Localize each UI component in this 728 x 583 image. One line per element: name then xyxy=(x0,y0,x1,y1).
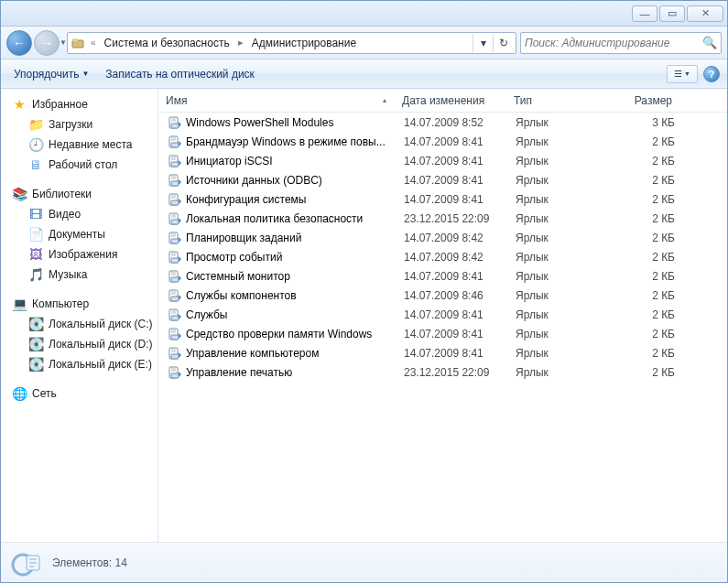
navbar: ← → ▼ « Система и безопасность ▸ Админис… xyxy=(1,27,727,59)
search-box[interactable]: 🔍 xyxy=(520,32,722,54)
file-row[interactable]: Службы компонентов14.07.2009 8:46Ярлык2 … xyxy=(158,286,727,305)
file-row[interactable]: Windows PowerShell Modules14.07.2009 8:5… xyxy=(158,113,727,132)
sidebar-item-drive-d[interactable]: 💽 Локальный диск (D:) xyxy=(5,334,158,354)
titlebar: — ▭ ✕ xyxy=(1,1,727,27)
file-type: Ярлык xyxy=(508,193,609,206)
file-row[interactable]: Средство проверки памяти Windows14.07.20… xyxy=(158,324,727,343)
file-size: 2 КБ xyxy=(609,347,682,360)
organize-button[interactable]: Упорядочить ▼ xyxy=(8,65,94,83)
help-button[interactable]: ? xyxy=(703,66,720,82)
file-name: Инициатор iSCSI xyxy=(186,155,273,167)
file-date: 14.07.2009 8:41 xyxy=(397,347,508,360)
music-icon: 🎵 xyxy=(28,267,43,282)
file-row[interactable]: Конфигурация системы14.07.2009 8:41Ярлык… xyxy=(158,189,727,209)
file-size: 2 КБ xyxy=(609,366,682,379)
file-type: Ярлык xyxy=(508,251,609,264)
sidebar-item-label: Документы xyxy=(49,228,105,241)
file-name: Управление печатью xyxy=(186,366,292,379)
sidebar-favorites-header[interactable]: ★ Избранное xyxy=(5,94,158,114)
minimize-button[interactable]: — xyxy=(632,5,657,22)
file-name: Службы компонентов xyxy=(186,289,297,302)
library-icon: 📚 xyxy=(12,187,27,201)
chevron-left-icon[interactable]: « xyxy=(89,38,98,48)
file-row[interactable]: Локальная политика безопасности23.12.201… xyxy=(158,209,727,228)
file-type: Ярлык xyxy=(508,328,609,340)
burn-button[interactable]: Записать на оптический диск xyxy=(100,65,260,83)
breadcrumb-segment[interactable]: Администрирование xyxy=(249,35,359,51)
sidebar-libraries-header[interactable]: 📚 Библиотеки xyxy=(5,184,158,204)
sidebar-item-downloads[interactable]: 📁 Загрузки xyxy=(5,114,158,135)
file-date: 14.07.2009 8:41 xyxy=(397,270,508,283)
file-row[interactable]: Управление печатью23.12.2015 22:09Ярлык2… xyxy=(158,362,727,382)
file-row[interactable]: Управление компьютером14.07.2009 8:41Ярл… xyxy=(158,343,727,362)
address-dropdown-button[interactable]: ▾ xyxy=(473,34,493,52)
sidebar-libraries-group: 📚 Библиотеки 🎞 Видео 📄 Документы 🖼 Изобр… xyxy=(5,184,158,285)
file-row[interactable]: Источники данных (ODBC)14.07.2009 8:41Яр… xyxy=(158,170,727,189)
sidebar-item-recent[interactable]: 🕘 Недавние места xyxy=(5,135,158,155)
maximize-button[interactable]: ▭ xyxy=(659,5,685,22)
sidebar-item-music[interactable]: 🎵 Музыка xyxy=(5,265,158,285)
svg-rect-21 xyxy=(171,297,179,301)
file-type: Ярлык xyxy=(508,308,609,321)
sidebar-computer-label: Компьютер xyxy=(32,297,89,310)
picture-icon: 🖼 xyxy=(28,247,43,262)
title-text xyxy=(5,7,632,20)
column-header-size[interactable]: Размер xyxy=(607,91,680,111)
shortcut-icon xyxy=(168,231,182,245)
svg-rect-27 xyxy=(171,354,179,359)
file-row[interactable]: Инициатор iSCSI14.07.2009 8:41Ярлык2 КБ xyxy=(158,151,727,170)
file-size: 3 КБ xyxy=(609,116,682,129)
star-icon: ★ xyxy=(12,97,27,112)
location-icon xyxy=(71,36,85,50)
sidebar-item-drive-c[interactable]: 💽 Локальный диск (C:) xyxy=(5,314,158,334)
sidebar-item-desktop[interactable]: 🖥 Рабочий стол xyxy=(5,155,158,175)
back-button[interactable]: ← xyxy=(6,30,32,56)
sidebar-item-documents[interactable]: 📄 Документы xyxy=(5,224,158,244)
sidebar-network-header[interactable]: 🌐 Сеть xyxy=(5,383,158,404)
svg-rect-7 xyxy=(171,162,179,167)
column-header-type[interactable]: Тип xyxy=(506,91,607,111)
svg-rect-19 xyxy=(171,277,179,282)
refresh-button[interactable]: ↻ xyxy=(493,34,513,52)
sidebar-item-pictures[interactable]: 🖼 Изображения xyxy=(5,244,158,265)
sidebar-computer-header[interactable]: 💻 Компьютер xyxy=(5,294,158,314)
file-row[interactable]: Системный монитор14.07.2009 8:41Ярлык2 К… xyxy=(158,266,727,286)
forward-button[interactable]: → xyxy=(34,30,60,56)
shortcut-icon xyxy=(168,288,182,303)
close-button[interactable]: ✕ xyxy=(687,5,723,22)
organize-label: Упорядочить xyxy=(14,68,79,81)
search-icon[interactable]: 🔍 xyxy=(702,36,717,49)
file-row[interactable]: Планировщик заданий14.07.2009 8:42Ярлык2… xyxy=(158,228,727,247)
svg-rect-17 xyxy=(171,258,179,263)
history-dropdown-icon[interactable]: ▼ xyxy=(60,38,67,47)
breadcrumb-segment[interactable]: Система и безопасность xyxy=(102,35,233,51)
shortcut-icon xyxy=(168,327,182,341)
column-headers: Имя ▴ Дата изменения Тип Размер xyxy=(158,89,727,113)
file-name: Windows PowerShell Modules xyxy=(186,116,333,129)
column-header-name[interactable]: Имя ▴ xyxy=(158,91,395,111)
file-name: Средство проверки памяти Windows xyxy=(186,328,372,340)
sidebar-item-videos[interactable]: 🎞 Видео xyxy=(5,204,158,224)
file-row[interactable]: Брандмауэр Windows в режиме повы...14.07… xyxy=(158,132,727,151)
file-row[interactable]: Просмотр событий14.07.2009 8:42Ярлык2 КБ xyxy=(158,247,727,266)
computer-icon: 💻 xyxy=(12,297,27,311)
file-date: 14.07.2009 8:41 xyxy=(397,193,508,206)
file-row[interactable]: Службы14.07.2009 8:41Ярлык2 КБ xyxy=(158,305,727,324)
search-input[interactable] xyxy=(525,37,702,49)
file-size: 2 КБ xyxy=(609,251,682,264)
video-icon: 🎞 xyxy=(28,207,43,221)
shortcut-icon xyxy=(168,173,182,188)
sidebar-item-drive-e[interactable]: 💽 Локальный диск (E:) xyxy=(5,354,158,374)
column-header-date[interactable]: Дата изменения xyxy=(395,91,506,111)
file-type: Ярлык xyxy=(508,212,609,225)
file-date: 14.07.2009 8:41 xyxy=(397,328,508,340)
sidebar-favorites-label: Избранное xyxy=(32,98,88,111)
sidebar-item-label: Рабочий стол xyxy=(49,158,117,171)
shortcut-icon xyxy=(168,365,182,380)
address-bar[interactable]: « Система и безопасность ▸ Администриров… xyxy=(67,32,516,54)
view-mode-button[interactable]: ☰ ▼ xyxy=(667,65,698,83)
file-date: 14.07.2009 8:41 xyxy=(397,308,508,321)
file-size: 2 КБ xyxy=(609,232,682,244)
file-name: Локальная политика безопасности xyxy=(186,212,363,225)
drive-icon: 💽 xyxy=(28,357,43,372)
